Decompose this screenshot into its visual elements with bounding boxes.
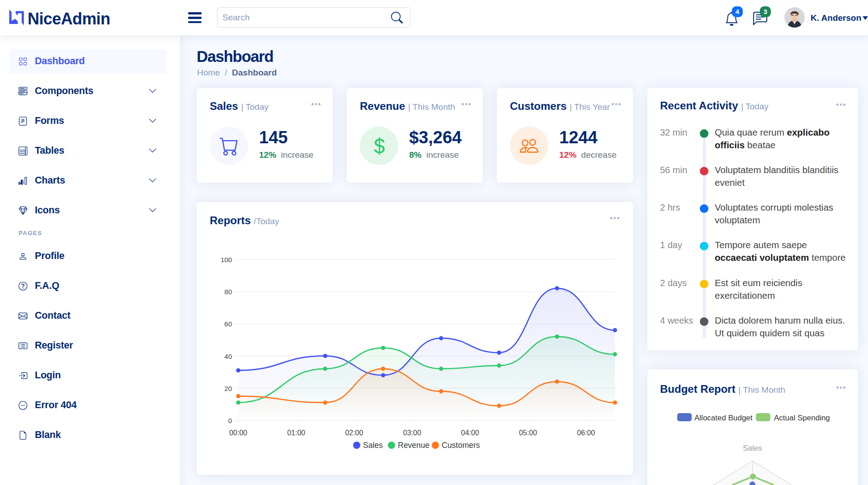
svg-text:Sales: Sales — [363, 441, 383, 450]
svg-text:00:00: 00:00 — [229, 429, 247, 437]
svg-text:0: 0 — [228, 417, 232, 424]
svg-text:02:00: 02:00 — [345, 429, 363, 437]
svg-text:04:00: 04:00 — [461, 429, 479, 437]
svg-text:05:00: 05:00 — [519, 429, 537, 437]
svg-text:100: 100 — [221, 256, 232, 264]
svg-text:40: 40 — [224, 353, 232, 360]
svg-text:20: 20 — [224, 385, 232, 392]
svg-text:06:00: 06:00 — [577, 429, 595, 437]
svg-text:Sales: Sales — [743, 444, 762, 452]
svg-text:Revenue: Revenue — [398, 441, 429, 450]
svg-text:80: 80 — [224, 288, 232, 296]
svg-text:03:00: 03:00 — [403, 429, 421, 437]
svg-text:Customers: Customers — [442, 441, 480, 450]
svg-text:60: 60 — [224, 320, 232, 328]
svg-text:01:00: 01:00 — [287, 429, 305, 437]
